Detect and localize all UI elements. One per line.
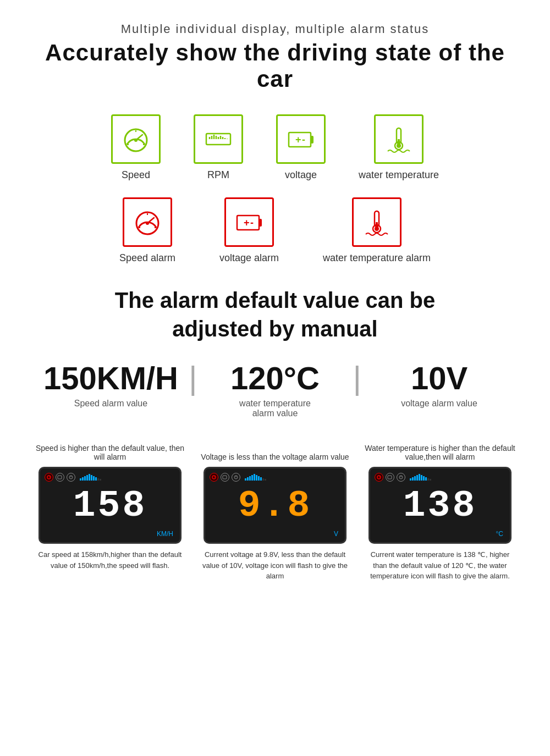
speed-alarm-value-label: Speed alarm value bbox=[74, 399, 147, 409]
svg-rect-40 bbox=[58, 476, 62, 479]
speed-alarm-value-item: 150KM/H Speed alarm value bbox=[33, 360, 189, 409]
water-temp-icon-item: water temperature bbox=[359, 114, 439, 181]
voltage-screen-icon-1 bbox=[210, 473, 218, 482]
voltage-display-caption-bottom: Current voltage at 9.8V, less than the d… bbox=[198, 549, 352, 582]
speed-display-screen: 158 KM/H bbox=[38, 467, 182, 544]
svg-rect-31 bbox=[259, 219, 262, 227]
alarm-values-row: 150KM/H Speed alarm value | 120°C water … bbox=[33, 360, 517, 418]
water-temp-alarm-label: water temperature alarm bbox=[323, 252, 431, 264]
speed-alarm-label: Speed alarm bbox=[119, 252, 175, 264]
svg-text:+: + bbox=[244, 217, 250, 228]
header-title: Accurately show the driving state of the… bbox=[33, 40, 517, 92]
voltage-label: voltage bbox=[285, 169, 317, 181]
water-temp-display-caption-bottom: Current water temperature is 138 ℃, high… bbox=[363, 549, 517, 582]
rpm-label: RPM bbox=[207, 169, 229, 181]
svg-point-37 bbox=[375, 227, 379, 231]
voltage-alarm-value-number: 10V bbox=[411, 360, 468, 396]
water-temp-screen-icon-1 bbox=[375, 473, 383, 482]
rpm-icon bbox=[202, 123, 235, 156]
voltage-icon-box: + - bbox=[276, 114, 326, 164]
speed-display-col: Speed is higher than the default value, … bbox=[33, 435, 187, 582]
voltage-alarm-icon: + - bbox=[233, 206, 266, 239]
svg-point-26 bbox=[146, 222, 149, 225]
speed-icon-item: Speed bbox=[111, 114, 161, 181]
water-temp-alarm-icon bbox=[360, 206, 393, 239]
speed-icon-box bbox=[111, 114, 161, 164]
water-temp-screen-icon-3 bbox=[397, 473, 405, 482]
speed-alarm-item: Speed alarm bbox=[119, 197, 175, 264]
voltage-display-col: Voltage is less than the voltage alarm v… bbox=[198, 435, 352, 582]
water-temp-alarm-box bbox=[352, 197, 402, 247]
svg-text:-: - bbox=[250, 217, 254, 228]
divider-2: | bbox=[353, 360, 361, 395]
speed-display-caption-top: Speed is higher than the default value, … bbox=[33, 435, 187, 461]
middle-section: The alarm default value can beadjusted b… bbox=[33, 286, 517, 343]
green-icons-row: Speed RPM bbox=[33, 114, 517, 181]
water-temp-screen-icon-2 bbox=[386, 473, 394, 482]
voltage-display-caption-top: Voltage is less than the voltage alarm v… bbox=[201, 435, 349, 461]
display-cards-section: Speed is higher than the default value, … bbox=[33, 435, 517, 582]
speed-screen-icon-1 bbox=[45, 473, 53, 482]
water-temp-label: water temperature bbox=[359, 169, 439, 181]
water-temp-alarm-item: water temperature alarm bbox=[323, 197, 431, 264]
speed-label: Speed bbox=[122, 169, 150, 181]
svg-rect-17 bbox=[311, 136, 314, 144]
voltage-alarm-value-item: 10V voltage alarm value bbox=[361, 360, 517, 409]
water-temp-display-unit: °C bbox=[496, 530, 503, 538]
voltage-alarm-label: voltage alarm bbox=[219, 252, 279, 264]
speed-display-unit: KM/H bbox=[157, 530, 173, 538]
water-temp-alarm-value-number: 120°C bbox=[230, 360, 320, 396]
speed-display-caption-bottom: Car speed at 158km/h,higher than the def… bbox=[33, 549, 187, 582]
speed-screen-icon-3 bbox=[67, 473, 75, 482]
svg-point-2 bbox=[134, 139, 138, 142]
speed-icon bbox=[119, 123, 152, 156]
voltage-alarm-box: + - bbox=[224, 197, 274, 247]
water-temp-display-number: 138 bbox=[403, 484, 477, 527]
voltage-display-screen: 9.8 V bbox=[204, 467, 346, 544]
svg-rect-50 bbox=[388, 476, 392, 479]
voltage-icon-item: + - voltage bbox=[276, 114, 326, 181]
divider-1: | bbox=[189, 360, 197, 395]
svg-point-23 bbox=[397, 144, 401, 148]
voltage-display-number: 9.8 bbox=[238, 484, 312, 527]
water-temp-alarm-value-item: 120°C water temperaturealarm value bbox=[197, 360, 353, 418]
speed-display-number: 158 bbox=[73, 484, 147, 527]
header-subtitle: Multiple individual display, multiple al… bbox=[33, 22, 517, 36]
voltage-screen-top-icons bbox=[210, 473, 266, 482]
speed-alarm-box bbox=[123, 197, 172, 247]
svg-text:+: + bbox=[295, 134, 301, 145]
speed-screen-top-icons bbox=[45, 473, 101, 482]
voltage-alarm-item: + - voltage alarm bbox=[219, 197, 279, 264]
water-temp-green-icon bbox=[382, 123, 415, 156]
speed-screen-icon-2 bbox=[56, 473, 64, 482]
water-temp-display-screen: 138 °C bbox=[369, 467, 512, 544]
header-section: Multiple individual display, multiple al… bbox=[33, 22, 517, 92]
water-temp-alarm-value-label: water temperaturealarm value bbox=[239, 399, 311, 418]
rpm-icon-box bbox=[194, 114, 243, 164]
speed-alarm-value-number: 150KM/H bbox=[43, 360, 178, 396]
voltage-alarm-value-label: voltage alarm value bbox=[401, 399, 477, 409]
middle-title: The alarm default value can beadjusted b… bbox=[33, 286, 517, 343]
water-temp-display-caption-top: Water temperature is higher than the def… bbox=[363, 435, 517, 461]
rpm-icon-item: RPM bbox=[194, 114, 243, 181]
alarm-icons-row: Speed alarm + - voltage alarm bbox=[33, 197, 517, 264]
page: Multiple individual display, multiple al… bbox=[0, 0, 550, 615]
voltage-screen-icon-2 bbox=[221, 473, 229, 482]
voltage-icon: + - bbox=[284, 123, 317, 156]
voltage-display-unit: V bbox=[334, 530, 338, 538]
water-temp-display-col: Water temperature is higher than the def… bbox=[363, 435, 517, 582]
voltage-screen-icon-3 bbox=[232, 473, 240, 482]
water-temp-screen-top-icons bbox=[375, 473, 431, 482]
speed-alarm-icon bbox=[131, 206, 164, 239]
water-temp-icon-box bbox=[374, 114, 424, 164]
svg-rect-45 bbox=[223, 476, 227, 479]
svg-text:-: - bbox=[302, 134, 305, 145]
